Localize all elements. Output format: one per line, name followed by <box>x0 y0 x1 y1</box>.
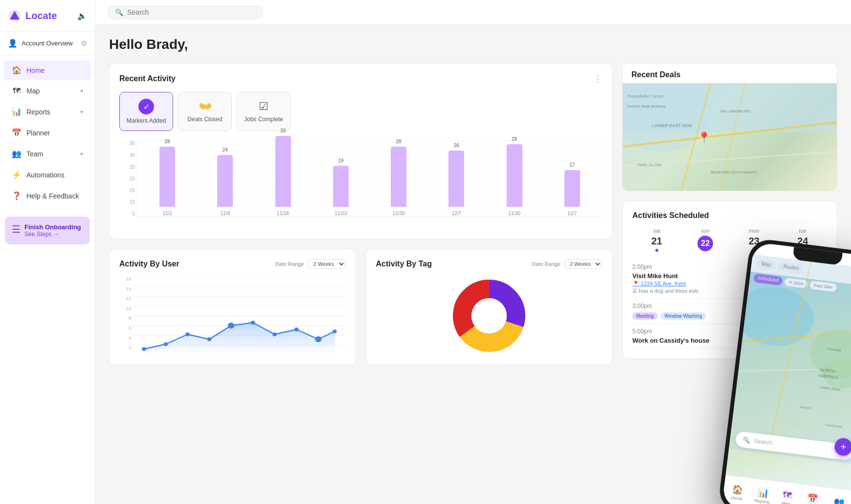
bar[interactable]: 29 <box>507 144 522 207</box>
search-bar[interactable]: 🔍 <box>107 5 264 20</box>
sidebar-item-home[interactable]: 🏠 Home <box>4 60 91 80</box>
bar[interactable]: 17 <box>564 170 580 207</box>
schedule-day-sun: sun 22 <box>681 228 730 252</box>
bar[interactable]: 28 <box>159 147 175 207</box>
onboarding-icon: ☰ <box>12 223 21 235</box>
sidebar-item-label: Home <box>26 66 83 74</box>
tag-date-range-select[interactable]: 2 Weeks 1 Week 1 Month <box>564 259 602 269</box>
card-header-right: Date Range 2 Weeks 1 Week 1 Month <box>275 259 346 269</box>
svg-point-18 <box>294 328 299 331</box>
map-bg-svg: LOWER EAST SIDE WILLIAMSBURG PARK SLOPE … <box>623 83 837 191</box>
onboarding-link[interactable]: See Steps → <box>24 231 81 238</box>
activity-by-user-card: Activity By User Date Range 2 Weeks 1 We… <box>109 249 356 365</box>
event-title: Visit Mike Hunt <box>632 272 827 280</box>
svg-text:PARK SLOPE: PARK SLOPE <box>637 163 662 167</box>
activities-scheduled-title: Activities Scheduled <box>632 211 709 220</box>
chevron-down-icon: ▾ <box>80 151 83 157</box>
topbar: 🔍 <box>95 0 851 25</box>
search-icon: 🔍 <box>115 8 123 16</box>
schedule-card-header: Activities Scheduled <box>632 211 827 220</box>
tab-markers-added[interactable]: ✓ Markers Added <box>119 92 173 131</box>
sidebar-item-reports[interactable]: 📊 Reports ▾ <box>4 102 91 122</box>
help-icon: ❓ <box>12 191 22 200</box>
sidebar-item-automations[interactable]: ⚡ Automations <box>4 165 91 185</box>
svg-point-14 <box>207 337 212 341</box>
onboarding-card[interactable]: ☰ Finish Onboarding See Steps → <box>5 217 90 244</box>
donut-chart-wrap <box>376 277 603 355</box>
svg-point-11 <box>142 347 146 351</box>
account-icon: 👤 <box>8 39 18 48</box>
day-name: sat <box>632 228 681 234</box>
recent-activity-card: Recent Activity ⋮ ✓ Markers Added 👐 Deal… <box>109 63 612 239</box>
left-column: Recent Activity ⋮ ✓ Markers Added 👐 Deal… <box>109 63 612 365</box>
event-address[interactable]: 📍 1234 SE Ave, Kent <box>632 281 827 287</box>
bar[interactable]: 19 <box>333 166 349 207</box>
event-tag-meeting: Meeting <box>632 312 658 320</box>
event-time: 2:00pm <box>632 263 827 270</box>
tab-deals-closed[interactable]: 👐 Deals Closed <box>178 92 232 131</box>
svg-point-24 <box>471 298 507 333</box>
markers-check-icon: ✓ <box>138 99 154 114</box>
svg-text:LOWER EAST SIDE: LOWER EAST SIDE <box>652 123 692 128</box>
jobs-icon: ☑ <box>259 100 269 113</box>
svg-marker-10 <box>144 323 335 352</box>
onboarding-title: Finish Onboarding <box>24 223 81 231</box>
sidebar-item-team[interactable]: 👥 Team ▾ <box>4 144 91 164</box>
schedule-day-mon: mon 23 <box>730 228 779 252</box>
chevron-down-icon: ▾ <box>80 88 83 94</box>
sidebar: Locate 🔈 👤 Account Overview ⚙ 🏠 Home 🗺 M… <box>0 0 95 504</box>
search-input[interactable] <box>127 8 256 16</box>
day-dot <box>753 249 756 252</box>
card-menu-icon[interactable]: ⋮ <box>593 73 602 84</box>
account-label: Account Overview <box>22 40 77 47</box>
locate-logo-icon <box>8 9 22 22</box>
bar-group: 19 11/23 <box>313 166 369 216</box>
planner-icon: 📅 <box>12 128 22 137</box>
card-header-right: Date Range 2 Weeks 1 Week 1 Month <box>532 259 602 269</box>
bar[interactable]: 24 <box>217 155 233 207</box>
bar[interactable]: 33 <box>275 136 291 207</box>
svg-point-17 <box>272 332 277 336</box>
sidebar-item-map[interactable]: 🗺 Map ▾ <box>4 81 91 101</box>
svg-text:Empire State Building: Empire State Building <box>627 104 665 109</box>
date-range-select[interactable]: 2 Weeks 1 Week 1 Month <box>308 259 346 269</box>
volume-icon[interactable]: 🔈 <box>77 11 87 21</box>
gear-icon[interactable]: ⚙ <box>81 39 87 48</box>
svg-text:BEDFORD-STUYVESANT: BEDFORD-STUYVESANT <box>711 170 757 175</box>
day-number: 21 <box>632 236 681 247</box>
bar[interactable]: 26 <box>448 151 464 207</box>
schedule-event-300pm: 3:00pm Meeting Window Washing <box>632 299 827 324</box>
svg-point-15 <box>228 323 234 329</box>
recent-deals-title: Recent Deals <box>631 70 681 79</box>
bar-group: 28 11/30 <box>371 147 426 216</box>
sidebar-item-label: Help & Feedback <box>26 192 83 200</box>
line-chart-svg <box>133 277 346 352</box>
bar[interactable]: 28 <box>391 147 406 207</box>
day-number-today: 22 <box>697 236 713 251</box>
svg-point-19 <box>315 336 321 342</box>
svg-rect-27 <box>623 83 837 191</box>
event-time: 3:00pm <box>632 303 827 309</box>
svg-text:WILLIAMSBURG: WILLIAMSBURG <box>720 109 750 113</box>
activity-tabs: ✓ Markers Added 👐 Deals Closed ☑ Jobs Co… <box>119 92 602 131</box>
sidebar-item-label: Map <box>26 87 75 95</box>
account-row[interactable]: 👤 Account Overview ⚙ <box>0 32 95 55</box>
svg-point-13 <box>185 332 190 336</box>
card-header: Activity By User Date Range 2 Weeks 1 We… <box>119 259 346 269</box>
activities-scheduled-card: Activities Scheduled sat 21 sun 22 <box>622 201 837 359</box>
sidebar-item-help[interactable]: ❓ Help & Feedback <box>4 186 91 206</box>
main-content: 🔍 Hello Brady, Recent Activity ⋮ ✓ <box>95 0 851 504</box>
tab-label: Deals Closed <box>187 116 222 123</box>
greeting-text: Hello Brady, <box>109 37 837 52</box>
activity-by-tag-title: Activity By Tag <box>376 260 432 268</box>
day-name: sun <box>681 228 730 234</box>
team-icon: 👥 <box>12 149 22 158</box>
map-icon: 🗺 <box>12 87 22 95</box>
tab-jobs-complete[interactable]: ☑ Jobs Complete <box>237 92 291 131</box>
sidebar-item-planner[interactable]: 📅 Planner <box>4 123 91 143</box>
tab-label: Jobs Complete <box>244 116 283 123</box>
event-time: 5:00pm <box>632 328 827 335</box>
event-title: Work on Cassidy's house <box>632 337 827 344</box>
app-name: Locate <box>25 10 57 22</box>
bottom-grid: Activity By User Date Range 2 Weeks 1 We… <box>109 249 612 365</box>
